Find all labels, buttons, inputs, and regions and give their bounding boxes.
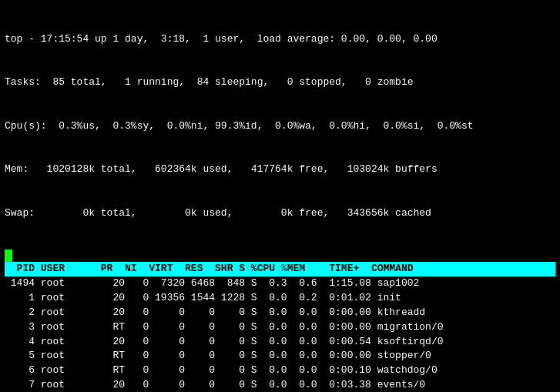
table-header: PID USER PR NI VIRT RES SHR S %CPU %MEM … [5, 262, 555, 276]
table-row: 3 root RT 0 0 0 0 S 0.0 0.0 0:00.00 migr… [5, 320, 555, 335]
terminal: top - 17:15:54 up 1 day, 3:18, 1 user, l… [0, 0, 560, 392]
table-row: 4 root 20 0 0 0 0 S 0.0 0.0 0:00.54 ksof… [5, 335, 555, 350]
table-row: 6 root RT 0 0 0 0 S 0.0 0.0 0:00.10 watc… [5, 364, 555, 378]
table-row: 7 root 20 0 0 0 0 S 0.0 0.0 0:03.38 even… [5, 378, 555, 392]
header-lines: top - 17:15:54 up 1 day, 3:18, 1 user, l… [5, 3, 555, 250]
process-table: 1494 root 20 0 7320 6468 848 S 0.3 0.6 1… [5, 276, 555, 392]
table-row: 1 root 20 0 19356 1544 1228 S 0.0 0.2 0:… [5, 291, 555, 306]
header-line-2: Tasks: 85 total, 1 running, 84 sleeping,… [5, 75, 555, 90]
table-row: 5 root RT 0 0 0 0 S 0.0 0.0 0:00.00 stop… [5, 349, 555, 364]
cursor-line [5, 250, 555, 262]
header-line-5: Swap: 0k total, 0k used, 0k free, 343656… [5, 206, 555, 221]
header-line-4: Mem: 1020128k total, 602364k used, 41776… [5, 162, 555, 177]
cursor [5, 250, 12, 262]
header-line-3: Cpu(s): 0.3%us, 0.3%sy, 0.0%ni, 99.3%id,… [5, 119, 555, 134]
table-row: 2 root 20 0 0 0 0 S 0.0 0.0 0:00.00 kthr… [5, 306, 555, 320]
header-line-1: top - 17:15:54 up 1 day, 3:18, 1 user, l… [5, 32, 555, 47]
table-row: 1494 root 20 0 7320 6468 848 S 0.3 0.6 1… [5, 276, 555, 291]
